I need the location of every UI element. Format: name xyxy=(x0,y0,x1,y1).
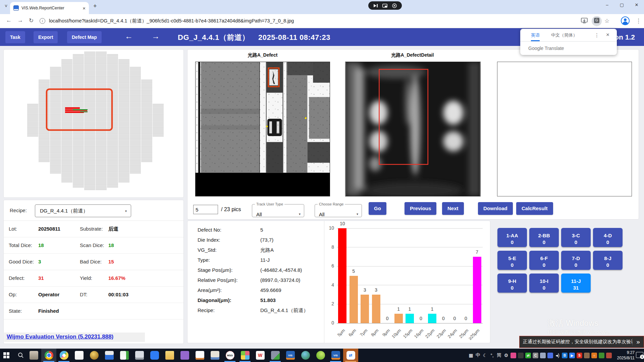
go-button[interactable]: Go xyxy=(369,202,386,215)
pc-app[interactable] xyxy=(211,351,219,360)
tab-close-icon[interactable]: × xyxy=(83,5,86,11)
vs-purple-app[interactable] xyxy=(180,351,189,360)
window-maximize-button[interactable]: ▢ xyxy=(614,0,629,11)
toast-expand-chevrons-icon[interactable]: » xyxy=(632,338,644,346)
taskbar-app-slot[interactable] xyxy=(313,349,328,362)
puzzle-app[interactable] xyxy=(241,351,250,360)
ime-simplified-icon[interactable]: 简 xyxy=(496,352,502,358)
translate-tab-chinese[interactable]: 中文（简体） xyxy=(551,32,577,38)
wps-app[interactable]: W xyxy=(256,351,265,360)
translate-tab-english[interactable]: 英语 xyxy=(531,29,540,41)
taskbar-app-slot[interactable] xyxy=(237,349,253,362)
tab-search-chevron-icon[interactable]: ˅ xyxy=(5,3,7,9)
defect-image[interactable] xyxy=(195,62,330,196)
media-camera-icon[interactable] xyxy=(382,4,387,8)
lock-sync-app[interactable] xyxy=(271,351,280,360)
chart-doc-app[interactable] xyxy=(196,351,204,360)
taskbar-app-slot[interactable] xyxy=(207,349,222,362)
taskbar-app-slot[interactable] xyxy=(192,349,207,362)
install-icon[interactable] xyxy=(581,18,588,24)
media-stop-icon[interactable] xyxy=(392,3,397,8)
choose-range-select[interactable]: Choose Range All ▾ xyxy=(315,202,362,217)
url-input[interactable]: localhost/home?taskId=DG_R_4.4.1（前道）_906… xyxy=(49,18,294,24)
header-button-defect-map[interactable]: Defect Map xyxy=(67,31,102,43)
globe-server-app[interactable] xyxy=(301,351,310,360)
defect-detail-image[interactable] xyxy=(345,62,481,196)
track-user-type-select[interactable]: Track User Type All ▾ xyxy=(252,202,304,217)
taskbar-app-slot[interactable] xyxy=(177,349,192,362)
type-button-6-f[interactable]: 6-F0 xyxy=(529,251,559,270)
taskbar-app-slot[interactable] xyxy=(132,349,147,362)
taskbar-app-slot[interactable] xyxy=(162,349,177,362)
ime-grid-icon[interactable]: ▦ xyxy=(468,353,474,358)
update-icon[interactable]: C xyxy=(533,353,538,358)
taskbar-app-slot[interactable] xyxy=(71,349,87,362)
type-button-7-d[interactable]: 7-D0 xyxy=(561,251,591,270)
translate-menu-kebab-icon[interactable]: ⋮ xyxy=(594,32,599,38)
type-button-5-e[interactable]: 5-E0 xyxy=(497,251,527,270)
red-s-icon[interactable]: S xyxy=(577,353,582,358)
previous-button[interactable]: Previous xyxy=(405,202,436,215)
chart-bar[interactable] xyxy=(394,314,403,323)
nav-left-arrow-icon[interactable]: ← xyxy=(125,32,133,41)
wafer-map[interactable] xyxy=(4,50,183,197)
forward-icon[interactable]: → xyxy=(17,17,23,24)
golden-eagle-app[interactable] xyxy=(90,351,99,360)
profile-avatar[interactable] xyxy=(621,16,630,25)
blue-arrow-icon[interactable]: ▶ xyxy=(569,353,575,358)
taskbar-app-slot[interactable]: VIS xyxy=(283,349,298,362)
notification-center-icon[interactable]: 1 xyxy=(636,352,643,358)
search-orange-icon[interactable]: ○ xyxy=(591,353,597,358)
taskbar-app-slot[interactable]: MSG xyxy=(222,349,237,362)
dark-grid-icon[interactable] xyxy=(518,353,524,358)
taskbar-app-slot[interactable] xyxy=(147,349,162,362)
media-play-icon[interactable] xyxy=(373,4,378,8)
lang-chinese-icon[interactable]: 中 xyxy=(475,352,481,358)
translate-close-icon[interactable]: × xyxy=(606,32,609,38)
pink-tool-icon[interactable] xyxy=(511,353,516,358)
vis-app-1[interactable]: VIS xyxy=(286,351,295,360)
type-button-11-j[interactable]: 11-J31 xyxy=(561,274,591,293)
download-button[interactable]: Download xyxy=(478,202,513,215)
taskbar-app-slot[interactable] xyxy=(56,349,71,362)
taskbar-clock[interactable]: 9:27 2025/8/11 xyxy=(611,350,635,361)
mw-red-app[interactable] xyxy=(75,351,84,360)
taskbar-app-slot[interactable]: ⇄ xyxy=(343,349,358,362)
taskbar-search-icon[interactable] xyxy=(17,352,24,359)
chart-bar[interactable] xyxy=(350,276,358,323)
calcresult-button[interactable]: CalcResult xyxy=(516,202,553,215)
chrome-app[interactable] xyxy=(45,351,53,360)
chart-bar[interactable] xyxy=(361,295,369,323)
translate-icon[interactable]: G xyxy=(594,18,599,23)
bookmark-star-icon[interactable]: ☆ xyxy=(604,17,609,24)
taskbar-app-slot[interactable] xyxy=(102,349,117,362)
nvidia-icon[interactable] xyxy=(599,353,604,358)
blue-window-app[interactable] xyxy=(105,351,114,360)
chevron-down-icon[interactable]: ▾ xyxy=(357,212,358,216)
volume-icon[interactable]: ◂) xyxy=(555,353,560,358)
bluetooth-icon[interactable]: B xyxy=(562,353,568,358)
vis-app-2[interactable]: VIS xyxy=(331,351,340,360)
start-button-icon[interactable] xyxy=(3,352,9,358)
taskbar-app-slot[interactable] xyxy=(268,349,283,362)
team-orange-app[interactable]: ⇄ xyxy=(346,351,355,360)
type-button-2-bb[interactable]: 2-BB0 xyxy=(529,228,559,247)
type-button-10-i[interactable]: 10-I0 xyxy=(529,274,559,293)
wijmo-eval-link[interactable]: Wijmo Evaluation Version (5.20231.888) xyxy=(7,334,113,340)
chart-bar[interactable] xyxy=(406,314,414,323)
chart-bar[interactable] xyxy=(473,257,481,323)
msg-app[interactable]: MSG xyxy=(226,351,234,360)
back-icon[interactable]: ← xyxy=(6,17,12,24)
security-warning-toast[interactable]: 正通过长期验证码被控，安全级别低建议改为单次验证码 » xyxy=(519,336,644,348)
taskbar-app-slot[interactable] xyxy=(87,349,102,362)
chart-bar[interactable] xyxy=(428,314,436,323)
type-button-1-aa[interactable]: 1-AA0 xyxy=(497,228,527,247)
type-button-4-d[interactable]: 4-D0 xyxy=(593,228,623,247)
header-button-task[interactable]: Task xyxy=(5,31,25,43)
type-button-3-c[interactable]: 3-C0 xyxy=(561,228,591,247)
recipe-select[interactable]: DG_R_4.4.1（前道） ▾ xyxy=(35,204,131,217)
type-button-9-h[interactable]: 9-H0 xyxy=(497,274,527,293)
reload-icon[interactable]: ↻ xyxy=(29,17,34,24)
ime-punct-icon[interactable]: °, xyxy=(489,353,495,358)
next-button[interactable]: Next xyxy=(442,202,464,215)
